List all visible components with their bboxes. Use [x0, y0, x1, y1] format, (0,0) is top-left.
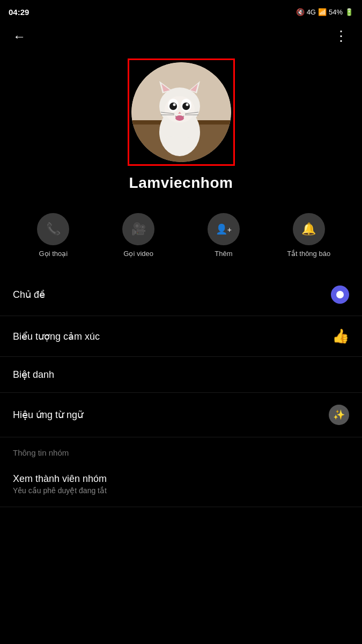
svg-point-25 — [181, 137, 196, 148]
video-label: Gọi video — [123, 250, 153, 258]
svg-point-15 — [182, 103, 190, 110]
svg-point-16 — [173, 104, 175, 106]
sparkle-icon: ✨ — [329, 405, 349, 425]
word-effect-right: ✨ — [329, 405, 349, 425]
call-circle: 📞 — [37, 213, 69, 245]
video-circle: 🎥 — [122, 213, 154, 245]
theme-dot — [336, 291, 344, 298]
thumbs-up-icon: 👍 — [332, 328, 349, 345]
theme-icon-circle — [331, 286, 349, 304]
emoji-label: Biểu tượng cảm xúc — [13, 331, 100, 342]
video-button[interactable]: 🎥 Gọi video — [96, 213, 181, 258]
status-icons: 🔇 4G 📶 54% 🔋 — [296, 8, 353, 16]
status-bar: 04:29 🔇 4G 📶 54% 🔋 — [0, 0, 362, 21]
add-button[interactable]: 👤+ Thêm — [181, 213, 267, 258]
call-button[interactable]: 📞 Gọi thoại — [11, 213, 96, 258]
word-effect-menu-item[interactable]: Hiệu ứng từ ngữ ✨ — [0, 393, 362, 437]
nickname-label: Biệt danh — [13, 369, 54, 380]
action-buttons: 📞 Gọi thoại 🎥 Gọi video 👤+ Thêm 🔔 Tắt th… — [0, 202, 362, 274]
members-desc: Yêu cầu phê duyệt đang tắt — [13, 486, 107, 495]
battery-icon: 🔋 — [345, 8, 353, 16]
svg-point-24 — [163, 136, 178, 147]
signal-icon: 📶 — [318, 8, 327, 16]
add-label: Thêm — [215, 250, 232, 258]
bell-icon: 🔔 — [301, 222, 316, 236]
mute-icon: 🔇 — [296, 8, 305, 16]
word-effect-label: Hiệu ứng từ ngữ — [13, 409, 83, 421]
group-menu-section: Xem thành viên nhóm Yêu cầu phê duyệt đa… — [0, 462, 362, 507]
menu-section: Chủ đề Biểu tượng cảm xúc 👍 Biệt danh Hi… — [0, 274, 362, 437]
svg-point-14 — [169, 103, 177, 110]
mute-circle: 🔔 — [293, 213, 325, 245]
mute-button[interactable]: 🔔 Tắt thông báo — [266, 213, 351, 258]
nickname-menu-item[interactable]: Biệt danh — [0, 357, 362, 393]
members-label: Xem thành viên nhóm — [13, 473, 107, 485]
avatar — [131, 62, 231, 162]
add-circle: 👤+ — [208, 213, 240, 245]
profile-section: Lamviecnhom — [0, 53, 362, 202]
view-members-item[interactable]: Xem thành viên nhóm Yêu cầu phê duyệt đa… — [0, 462, 362, 507]
call-label: Gọi thoại — [39, 250, 68, 258]
more-button[interactable]: ⋮ — [330, 26, 353, 47]
theme-right — [331, 286, 349, 304]
avatar-wrapper[interactable] — [128, 58, 235, 166]
theme-menu-item[interactable]: Chủ đề — [0, 274, 362, 316]
group-info-label: Thông tin nhóm — [0, 437, 362, 462]
add-person-icon: 👤+ — [216, 223, 232, 235]
mute-label: Tắt thông báo — [287, 250, 330, 258]
phone-icon: 📞 — [46, 222, 61, 236]
emoji-menu-item[interactable]: Biểu tượng cảm xúc 👍 — [0, 316, 362, 357]
network-label: 4G — [307, 8, 316, 16]
members-info: Xem thành viên nhóm Yêu cầu phê duyệt đa… — [13, 473, 107, 495]
emoji-right: 👍 — [332, 328, 349, 345]
battery-label: 54% — [329, 8, 343, 16]
video-icon: 🎥 — [131, 222, 146, 236]
header: ← ⋮ — [0, 21, 362, 53]
profile-name: Lamviecnhom — [129, 174, 233, 192]
back-button[interactable]: ← — [9, 27, 30, 46]
theme-label: Chủ đề — [13, 289, 45, 301]
svg-point-17 — [186, 104, 188, 106]
status-time: 04:29 — [9, 8, 29, 17]
svg-point-19 — [175, 115, 184, 121]
